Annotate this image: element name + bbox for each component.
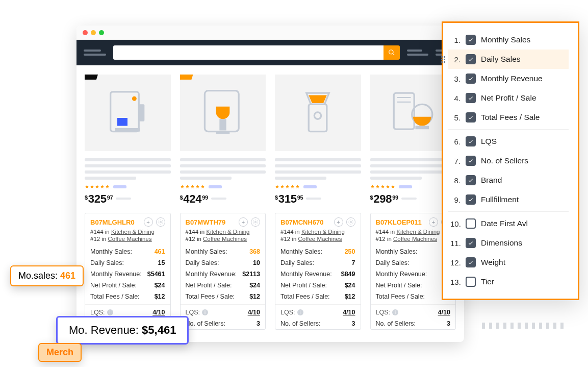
column-checkbox[interactable] [466, 156, 476, 166]
column-config-row[interactable]: 9. Fullfillment [448, 190, 569, 209]
search-icon [388, 49, 395, 56]
product-title-skeleton [180, 158, 266, 180]
category-link[interactable]: Kitchen & Dining [396, 229, 440, 235]
gear-icon[interactable] [346, 217, 355, 227]
column-config-row[interactable]: 3. Monthly Revenue [448, 69, 569, 88]
callout-merch-label: Merch [46, 347, 73, 357]
column-config-row[interactable]: 2. Daily Sales [448, 50, 569, 69]
callout-mosales-label: Mo.sales: [18, 271, 60, 281]
svg-rect-3 [115, 128, 140, 132]
product-asin[interactable]: B07MCNH670 [280, 218, 324, 226]
column-config-row[interactable]: 7. No. of Sellers [448, 151, 569, 170]
column-config-row[interactable]: 10. Date First Avl [448, 214, 569, 233]
column-config-row[interactable]: 11. Dimensions [448, 233, 569, 253]
column-label: Daily Sales [481, 55, 521, 64]
column-checkbox[interactable] [466, 277, 476, 287]
column-label: Total Fees / Sale [481, 113, 540, 122]
subcategory-link[interactable]: Coffee Machines [298, 236, 342, 242]
column-number: 6. [450, 137, 461, 146]
column-checkbox[interactable] [466, 194, 476, 205]
product-thumbnail[interactable] [85, 75, 171, 151]
add-icon[interactable]: + [144, 217, 153, 227]
drag-handle-icon[interactable] [441, 56, 445, 63]
search-input[interactable] [113, 45, 384, 60]
stat-daily-sales: Daily Sales:15 [85, 257, 170, 268]
column-config-row[interactable]: 6. LQS [448, 132, 569, 151]
window-close-icon[interactable] [83, 30, 88, 35]
column-checkbox[interactable] [466, 238, 476, 248]
column-config-row[interactable]: 12. Weight [448, 253, 569, 272]
product-title-skeleton [85, 158, 171, 180]
column-number: 5. [450, 113, 461, 122]
rating-count-skeleton [303, 185, 317, 188]
column-checkbox[interactable] [466, 257, 476, 267]
window-maximize-icon[interactable] [99, 30, 104, 35]
column-checkbox[interactable] [466, 74, 476, 84]
add-icon[interactable]: + [239, 217, 248, 227]
column-label: Net Profit / Sale [481, 93, 536, 103]
product-data-panel: B07MWTH79 + #144 in Kitchen & Dining #12… [180, 213, 266, 330]
stars-icon: ★★★★★ [180, 184, 206, 189]
product-title-skeleton [275, 158, 361, 180]
column-config-row[interactable]: 13. Tier [448, 272, 569, 291]
category-link[interactable]: Kitchen & Dining [206, 229, 249, 235]
column-checkbox[interactable] [466, 112, 476, 123]
callout-merch: Merch [38, 343, 82, 362]
add-icon[interactable]: + [334, 217, 343, 227]
stat-net-profit: Net Profit / Sale:$24 [85, 280, 170, 291]
product-asin[interactable]: B07MWTH79 [186, 218, 226, 226]
column-number: 12. [450, 258, 461, 267]
product-asin[interactable]: B07MLGHLR0 [90, 218, 135, 226]
info-icon[interactable]: i [297, 309, 303, 315]
column-config-row[interactable]: 5. Total Fees / Sale [448, 108, 569, 127]
product-price: $31595 [275, 192, 361, 206]
search-button[interactable] [384, 45, 400, 60]
column-label: Dimensions [481, 238, 522, 248]
subcategory-link[interactable]: Coffee Machines [393, 236, 437, 242]
column-separator [448, 211, 569, 212]
column-checkbox[interactable] [466, 54, 476, 64]
column-config-row[interactable]: 4. Net Profit / Sale [448, 88, 569, 108]
product-asin[interactable]: B07KLOEP011 [376, 218, 422, 226]
column-checkbox[interactable] [466, 35, 476, 45]
stat-monthly-sales: Monthly Sales:461 [85, 246, 170, 257]
product-rating: ★★★★★ [85, 184, 171, 189]
column-number: 10. [450, 219, 461, 228]
product-rating: ★★★★★ [275, 184, 361, 189]
category-link[interactable]: Kitchen & Dining [111, 229, 155, 235]
window-minimize-icon[interactable] [91, 30, 96, 35]
info-icon[interactable]: i [107, 309, 113, 315]
gear-icon[interactable] [156, 217, 165, 227]
column-config-row[interactable]: 1. Monthly Sales [448, 30, 569, 50]
category-link[interactable]: Kitchen & Dining [301, 229, 345, 235]
stat-total-fees: Total Fees / Sale:$12 [181, 291, 266, 302]
product-thumbnail[interactable] [275, 75, 361, 151]
product-rank-primary: #144 in Kitchen & Dining [186, 229, 261, 235]
column-checkbox[interactable] [466, 136, 476, 146]
product-thumbnail[interactable] [180, 75, 266, 151]
add-icon[interactable]: + [429, 217, 438, 227]
svg-point-12 [350, 222, 351, 223]
gear-icon[interactable] [251, 217, 260, 227]
stat-lqs: LQS:i4/10 [371, 304, 456, 318]
stars-icon: ★★★★★ [275, 184, 300, 189]
subcategory-link[interactable]: Coffee Machines [203, 236, 247, 242]
info-icon[interactable]: i [392, 309, 398, 315]
column-label: LQS [481, 137, 497, 146]
product-rating: ★★★★★ [180, 184, 266, 189]
column-checkbox[interactable] [466, 218, 476, 229]
column-checkbox[interactable] [466, 175, 476, 185]
stat-sellers: No. of Sellers:3 [371, 318, 456, 329]
stat-monthly-sales: Monthly Sales:250 [275, 246, 361, 257]
callout-morevenue-label: Mo. Revenue: [69, 324, 142, 336]
product-grid: ★★★★★ $32597 B07MLGHLR0 + #144 in Kitche… [76, 65, 464, 330]
product-card: ★★★★★ $31595 B07MCNH670 + #144 in Kitche… [275, 75, 361, 330]
info-icon[interactable]: i [202, 309, 208, 315]
stars-icon: ★★★★★ [85, 184, 110, 189]
subcategory-link[interactable]: Coffee Machines [108, 236, 152, 242]
column-config-row[interactable]: 8. Brand [448, 170, 569, 190]
column-checkbox[interactable] [466, 93, 476, 103]
rating-count-skeleton [399, 185, 412, 188]
stat-sellers: No. of Sellers:3 [181, 318, 266, 329]
app-header [76, 40, 464, 65]
